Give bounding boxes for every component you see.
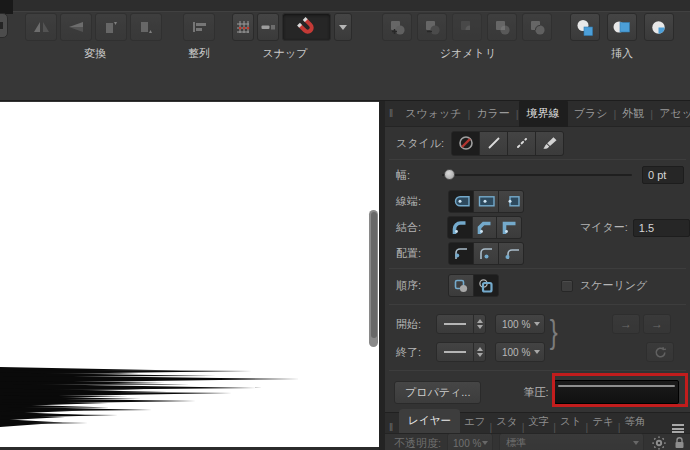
tab-assets[interactable]: アセット — [653, 101, 690, 126]
flip-vertical-button[interactable] — [60, 13, 92, 41]
stepper-control[interactable] — [473, 315, 485, 333]
arrowhead-end-button[interactable]: → — [643, 314, 671, 334]
tab-character[interactable]: 文字 — [524, 411, 553, 433]
cap-square-button[interactable] — [474, 191, 498, 212]
stroke-style-solid-button[interactable] — [480, 132, 507, 155]
panel-drag-grip[interactable]: ‖ — [385, 422, 399, 433]
end-percent-dropdown[interactable]: 100 % — [495, 342, 545, 362]
opacity-row: 不透明度: 100 % 標準 — [385, 435, 690, 450]
align-button[interactable] — [183, 13, 215, 41]
stroke-align-label: 配置: — [396, 246, 448, 261]
dashed-line-icon — [513, 135, 531, 151]
start-percent-dropdown[interactable]: 100 % — [495, 314, 545, 334]
properties-button[interactable]: プロパティ... — [394, 381, 481, 404]
layer-lock-button[interactable] — [673, 436, 686, 450]
section-divider — [389, 159, 686, 160]
rotate-left-icon — [102, 18, 121, 36]
panel-tab-bar: ‖ スウォッチ| カラー| 境界線 ブラシ| 外観| アセット — [385, 101, 690, 127]
insert-on-top-button[interactable] — [607, 13, 637, 41]
order-label: 順序: — [396, 278, 448, 293]
step-up-icon — [477, 319, 483, 323]
tab-color[interactable]: カラー — [470, 101, 516, 126]
line-profile-swatch — [444, 323, 466, 325]
stroke-style-dashed-button[interactable] — [508, 132, 535, 155]
chevron-down-icon — [534, 350, 540, 354]
align-group-label: 整列 — [183, 46, 215, 61]
width-slider-knob[interactable] — [444, 169, 455, 180]
width-value-field[interactable]: 0 pt — [642, 166, 684, 184]
chevron-down-icon — [339, 25, 347, 30]
geometry-add-button[interactable] — [382, 13, 412, 41]
arrow-right-icon: → — [620, 317, 632, 331]
tab-brush[interactable]: ブラシ — [568, 101, 614, 126]
layer-settings-button[interactable] — [652, 436, 666, 450]
insert-behind-button[interactable] — [570, 13, 600, 41]
geometry-divide-button[interactable] — [487, 13, 517, 41]
start-pressure-profile-dropdown[interactable] — [436, 314, 486, 334]
snap-grid-button[interactable] — [232, 13, 254, 41]
cap-round-button[interactable] — [449, 191, 473, 212]
stepper-control[interactable] — [473, 343, 485, 361]
width-slider[interactable] — [442, 174, 632, 176]
join-miter-button[interactable] — [497, 217, 521, 238]
canvas-scrollbar[interactable] — [369, 210, 378, 347]
opacity-dropdown[interactable]: 100 % — [447, 433, 493, 450]
geometry-combine-button[interactable] — [522, 13, 552, 41]
tab-effects[interactable]: エフ — [460, 411, 490, 433]
align-outside-button[interactable] — [499, 243, 523, 264]
cap-row: 線端: — [385, 190, 690, 213]
join-round-button[interactable] — [448, 217, 472, 238]
tab-isometric[interactable]: 等角 — [621, 411, 650, 433]
top-toolbar: 変換 整列 — [0, 0, 690, 101]
tab-stroke-2[interactable]: スト — [556, 411, 586, 433]
flip-horizontal-button[interactable] — [25, 13, 57, 41]
stroke-style-none-button[interactable] — [452, 132, 479, 155]
section-divider — [389, 304, 686, 305]
join-bevel-button[interactable] — [473, 217, 497, 238]
stroke-align-row: 配置: — [385, 242, 690, 264]
tab-appearance[interactable]: 外観 — [616, 101, 650, 126]
scaling-label: スケーリング — [580, 278, 647, 293]
snap-toggle-button[interactable] — [282, 13, 331, 41]
line-profile-swatch — [444, 351, 466, 353]
insert-behind-icon — [576, 19, 594, 36]
snap-options-dropdown[interactable] — [334, 13, 352, 41]
align-inside-button[interactable] — [474, 243, 498, 264]
tab-swatches[interactable]: スウォッチ — [399, 101, 467, 126]
cap-butt-button[interactable] — [499, 191, 523, 212]
align-center-icon — [453, 246, 470, 261]
arrowhead-start-button[interactable]: → — [612, 314, 640, 334]
order-behind-button[interactable] — [449, 275, 473, 296]
blend-mode-dropdown[interactable]: 標準 — [499, 433, 644, 450]
end-pressure-profile-dropdown[interactable] — [436, 342, 486, 362]
move-by-whole-pixels-button[interactable] — [257, 13, 279, 41]
butt-cap-icon — [501, 194, 521, 209]
section-divider — [389, 370, 686, 371]
geometry-intersect-button[interactable] — [452, 13, 482, 41]
scaling-checkbox[interactable] — [561, 280, 573, 292]
width-label: 幅: — [396, 168, 436, 183]
panel-menu-button[interactable] — [672, 424, 684, 433]
stroke-style-brush-button[interactable] — [536, 132, 563, 155]
tab-stroke[interactable]: 境界線 — [519, 100, 568, 127]
tab-layers[interactable]: レイヤー — [399, 409, 460, 433]
geometry-group-label: ジオメトリ — [382, 46, 554, 61]
order-row: 順序: スケーリング — [385, 274, 690, 297]
document-canvas[interactable] — [0, 102, 379, 447]
insert-inside-button[interactable] — [644, 13, 674, 41]
swap-arrowheads-button[interactable] — [646, 342, 674, 362]
canvas-scrollbar-thumb[interactable] — [371, 212, 377, 338]
miter-value-field[interactable]: 1.5 — [633, 219, 690, 237]
geometry-subtract-button[interactable] — [417, 13, 447, 41]
tab-styles[interactable]: スタ — [492, 411, 522, 433]
rotate-left-button[interactable] — [95, 13, 127, 41]
order-front-button[interactable] — [474, 275, 498, 296]
panel-drag-grip[interactable]: ‖ — [385, 108, 399, 119]
arrow-right-icon: → — [651, 317, 663, 331]
align-center-button[interactable] — [449, 243, 473, 264]
round-cap-icon — [451, 194, 471, 209]
rotate-right-button[interactable] — [130, 13, 162, 41]
tab-text[interactable]: テキ — [588, 411, 618, 433]
canvas-artwork-speed-lines — [0, 102, 379, 447]
panel-collapse-handle[interactable] — [0, 13, 8, 38]
